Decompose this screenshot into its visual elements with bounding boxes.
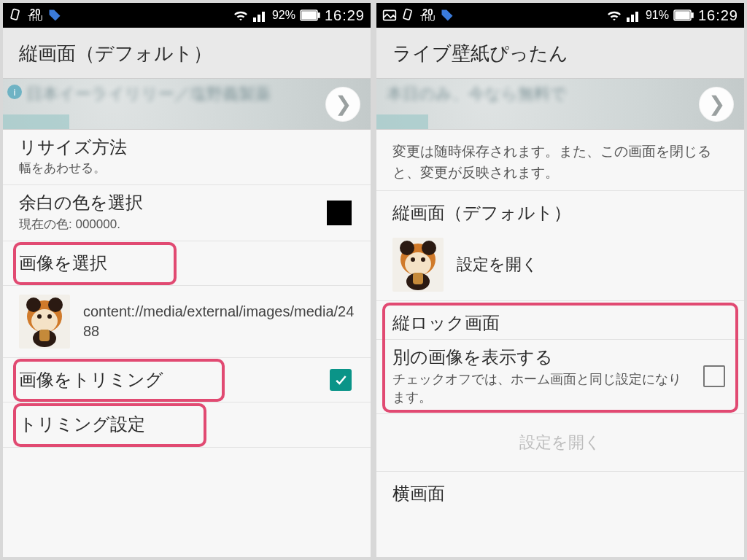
ad-banner[interactable]: i 日本イーライリリー／塩野義製薬 ❯ [3,79,371,130]
calendar-icon: 20 THU [28,8,43,23]
image-thumbnail [19,295,70,349]
svg-point-12 [37,314,42,319]
svg-rect-22 [692,13,693,18]
status-bar: 20 THU 91% 16:29 [376,3,744,28]
section-lock-header: 縦ロック画面 [376,301,744,340]
row-trim-settings[interactable]: トリミング設定 [3,402,371,447]
battery-percent: 92% [272,9,295,22]
svg-rect-6 [302,12,316,19]
chevron-right-icon[interactable]: ❯ [699,87,734,122]
ad-info-icon: i [7,85,22,99]
svg-point-28 [422,241,436,255]
row-title: 画像をトリミング [19,368,320,392]
row-title: トリミング設定 [19,413,355,436]
row-title: 別の画像を表示する [392,346,693,369]
checkbox-checked[interactable] [330,369,352,391]
rotate-icon [401,8,416,23]
color-swatch[interactable] [327,201,352,225]
svg-point-30 [421,257,425,262]
tag-icon [47,8,62,23]
svg-rect-5 [318,13,320,18]
svg-rect-0 [11,9,20,20]
svg-point-9 [31,309,58,332]
row-lock-open-disabled: 設定を開く [376,414,744,472]
info-text: 変更は随時保存されます。また、この画面を閉じると、変更が反映されます。 [392,141,728,183]
image-thumbnail [392,238,444,292]
section-title: 縦画面（デフォルト） [392,201,728,225]
calendar-icon: 20 THU [420,8,436,23]
image-path: content://media/external/images/media/24… [83,302,355,341]
row-trim-image[interactable]: 画像をトリミング [3,358,371,402]
signal-icon [253,9,268,22]
wifi-icon [606,9,622,22]
section-landscape-header: 横画面 [376,472,744,510]
highlighted-block-2: 画像をトリミング [3,358,371,402]
highlighted-block-3: トリミング設定 [3,402,371,447]
phone-right: 20 THU 91% 16:29 ラ [376,3,744,557]
picture-icon [382,9,397,22]
section-title: 縦ロック画面 [392,311,728,335]
svg-rect-23 [676,12,689,19]
open-settings-label: 設定を開く [457,254,538,276]
svg-rect-1 [253,18,256,22]
row-subtitle: 現在の色: 000000. [19,217,318,233]
ad-progress [3,114,69,129]
svg-point-26 [405,252,431,276]
page-title: 縦画面（デフォルト） [3,28,371,79]
tag-icon [440,8,454,23]
ad-text: 日本イーライリリー／塩野義製薬 [26,83,271,105]
svg-point-10 [26,298,41,312]
row-lock-different-image[interactable]: 別の画像を表示する チェックオフでは、ホーム画面と同じ設定になります。 [376,340,744,414]
open-settings-label: 設定を開く [519,433,601,451]
svg-point-13 [47,314,52,319]
svg-rect-18 [627,18,630,22]
battery-icon [673,9,694,21]
svg-point-11 [48,298,63,312]
phone-left: 20 THU 92% 16:29 縦 [3,3,371,557]
wifi-icon [233,9,249,22]
highlighted-block-1: 画像を選択 [3,241,371,286]
svg-rect-3 [262,12,265,22]
status-bar: 20 THU 92% 16:29 [3,3,371,28]
row-subtitle: チェックオフでは、ホーム画面と同じ設定になります。 [392,370,693,406]
row-resize-method[interactable]: リサイズ方法 幅をあわせる。 [3,130,371,185]
settings-list: 変更は随時保存されます。また、この画面を閉じると、変更が反映されます。 縦画面（… [376,130,744,557]
svg-rect-32 [413,273,423,284]
ad-banner[interactable]: 本日のみ、今なら無料で ❯ [376,79,744,130]
battery-percent: 91% [646,9,669,22]
row-title: 画像を選択 [19,252,355,275]
svg-point-29 [411,257,415,262]
status-time: 16:29 [698,7,738,24]
svg-rect-2 [258,15,260,22]
row-info-note: 変更は随時保存されます。また、この画面を閉じると、変更が反映されます。 [376,130,744,191]
settings-list: リサイズ方法 幅をあわせる。 余白の色を選択 現在の色: 000000. 画像を… [3,130,371,557]
highlighted-block-lock: 縦ロック画面 別の画像を表示する チェックオフでは、ホーム画面と同じ設定になりま… [376,301,744,414]
row-subtitle: 幅をあわせる。 [19,160,355,177]
row-current-image[interactable]: content://media/external/images/media/24… [3,286,371,358]
checkbox-unchecked[interactable] [703,365,725,387]
svg-rect-15 [39,330,50,341]
page-title: ライブ壁紙ぴったん [376,28,744,79]
row-select-image[interactable]: 画像を選択 [3,241,371,286]
section-portrait-header: 縦画面（デフォルト） [376,191,744,229]
rotate-icon [9,8,23,23]
svg-rect-19 [631,15,634,22]
svg-rect-20 [635,12,638,22]
row-title: 余白の色を選択 [19,191,318,214]
svg-rect-17 [403,9,412,20]
row-portrait-open[interactable]: 設定を開く [376,229,744,301]
screenshot-pair: 20 THU 92% 16:29 縦 [0,0,747,560]
signal-icon [627,9,641,22]
battery-icon [300,9,320,21]
ad-progress [376,114,428,129]
row-title: リサイズ方法 [19,136,355,159]
status-time: 16:29 [325,7,365,24]
ad-text: 本日のみ、今なら無料で [387,83,567,105]
svg-point-27 [400,241,414,255]
row-bg-color[interactable]: 余白の色を選択 現在の色: 000000. [3,185,371,241]
chevron-right-icon[interactable]: ❯ [325,87,360,122]
